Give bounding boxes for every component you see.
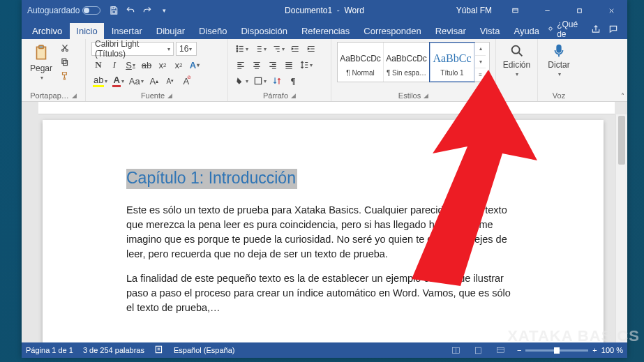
- italic-button[interactable]: I: [107, 58, 121, 72]
- line-spacing-button[interactable]: ▾: [298, 58, 314, 72]
- style-normal[interactable]: AaBbCcDc ¶ Normal: [338, 43, 384, 82]
- document-paragraph[interactable]: Este es sólo un texto de prueba para Xat…: [126, 203, 520, 262]
- launcher-icon[interactable]: ◢: [72, 92, 77, 99]
- zoom-slider[interactable]: [525, 349, 588, 352]
- redo-icon[interactable]: [140, 3, 155, 18]
- status-words[interactable]: 3 de 254 palabras: [83, 346, 144, 354]
- document-paragraph[interactable]: La finalidad de este pequeño texto es la…: [126, 271, 520, 315]
- svg-rect-9: [63, 61, 68, 66]
- zoom-control[interactable]: − + 100 %: [517, 346, 623, 354]
- highlight-button[interactable]: ab▾: [91, 74, 109, 88]
- zoom-value[interactable]: 100 %: [601, 346, 623, 354]
- close-icon[interactable]: [595, 0, 627, 21]
- svg-rect-6: [39, 45, 44, 48]
- group-clipboard-label: Portapap…: [30, 91, 69, 100]
- tab-mailings[interactable]: Corresponden: [357, 23, 427, 39]
- svg-rect-2: [512, 8, 517, 12]
- increase-indent-button[interactable]: [304, 42, 318, 56]
- collapse-ribbon-icon[interactable]: ˄: [621, 92, 624, 100]
- justify-button[interactable]: [282, 58, 296, 72]
- tell-me-search[interactable]: ¿Qué de: [547, 20, 584, 39]
- grow-font-button[interactable]: A▴: [147, 74, 161, 88]
- editing-button[interactable]: Edición ▾: [502, 42, 532, 79]
- account-name[interactable]: Yúbal FM: [449, 6, 499, 15]
- status-proofing-icon[interactable]: [154, 345, 164, 356]
- shrink-font-button[interactable]: A▾: [163, 74, 177, 88]
- document-page[interactable]: Capítulo 1: Introducción Este es sólo un…: [43, 120, 604, 342]
- document-heading[interactable]: Capítulo 1: Introducción: [126, 169, 297, 189]
- group-font-label: Fuente: [141, 91, 165, 100]
- styles-up-icon[interactable]: ▴: [475, 43, 486, 56]
- styles-down-icon[interactable]: ▾: [475, 56, 486, 69]
- show-marks-button[interactable]: ¶: [286, 74, 300, 88]
- minimize-icon[interactable]: [531, 0, 563, 21]
- status-page[interactable]: Página 1 de 1: [26, 346, 73, 354]
- shading-button[interactable]: ▾: [234, 74, 250, 88]
- style-no-spacing[interactable]: AaBbCcDc ¶ Sin espa…: [384, 43, 430, 82]
- underline-button[interactable]: S▾: [123, 58, 137, 72]
- copy-icon[interactable]: [58, 56, 72, 68]
- tab-view[interactable]: Vista: [474, 23, 507, 39]
- subscript-button[interactable]: x2: [156, 58, 170, 72]
- launcher-icon[interactable]: ◢: [167, 92, 172, 99]
- ribbon-display-options-icon[interactable]: [499, 0, 531, 21]
- status-language[interactable]: Español (España): [174, 346, 234, 354]
- print-layout-icon[interactable]: [472, 344, 485, 356]
- change-case-button[interactable]: Aa▾: [128, 74, 145, 88]
- group-voice-label: Voz: [553, 91, 565, 100]
- maximize-icon[interactable]: [563, 0, 595, 21]
- tab-references[interactable]: Referencias: [295, 23, 356, 39]
- ruler[interactable]: [38, 102, 615, 114]
- tab-insert[interactable]: Insertar: [105, 23, 149, 39]
- text-effects-button[interactable]: A▾: [188, 58, 202, 72]
- launcher-icon[interactable]: ◢: [291, 92, 296, 99]
- font-color-button[interactable]: A▾: [111, 74, 125, 88]
- ribbon-tabs: Archivo Inicio Insertar Dibujar Diseño D…: [22, 21, 627, 39]
- undo-icon[interactable]: [123, 3, 138, 18]
- zoom-out-icon[interactable]: −: [517, 346, 521, 354]
- strike-button[interactable]: ab: [140, 58, 153, 72]
- dictate-label: Dictar: [548, 60, 569, 70]
- save-icon[interactable]: [106, 3, 121, 18]
- multilevel-button[interactable]: ▾: [270, 42, 286, 56]
- dictate-button[interactable]: Dictar ▾: [544, 42, 574, 79]
- vertical-scrollbar[interactable]: [615, 114, 627, 342]
- align-center-button[interactable]: [250, 58, 264, 72]
- align-right-button[interactable]: [266, 58, 280, 72]
- tab-home[interactable]: Inicio: [70, 23, 103, 39]
- read-mode-icon[interactable]: [450, 344, 463, 356]
- bold-button[interactable]: N: [91, 58, 105, 72]
- autosave-toggle[interactable]: Autoguardado: [27, 6, 100, 15]
- web-layout-icon[interactable]: [495, 344, 507, 356]
- svg-rect-0: [112, 7, 115, 9]
- decrease-indent-button[interactable]: [288, 42, 302, 56]
- superscript-button[interactable]: x2: [172, 58, 186, 72]
- format-painter-icon[interactable]: [58, 70, 72, 82]
- styles-more-icon[interactable]: ≡: [475, 68, 486, 82]
- font-size-combo[interactable]: 16▾: [176, 42, 197, 56]
- qat-more-icon[interactable]: ▾: [156, 3, 172, 18]
- share-icon[interactable]: [590, 22, 601, 36]
- zoom-in-icon[interactable]: +: [592, 346, 597, 354]
- launcher-icon[interactable]: ◢: [424, 92, 428, 99]
- clear-format-button[interactable]: A⊘: [179, 74, 193, 88]
- tab-design[interactable]: Diseño: [193, 23, 233, 39]
- sort-button[interactable]: [270, 74, 284, 88]
- svg-point-16: [511, 46, 519, 54]
- toggle-off-icon: [82, 6, 100, 15]
- align-left-button[interactable]: [234, 58, 248, 72]
- font-name-combo[interactable]: Calibri Light (Títulos)▾: [91, 42, 174, 56]
- tab-layout[interactable]: Disposición: [234, 23, 293, 39]
- tab-review[interactable]: Revisar: [429, 23, 472, 39]
- paste-button[interactable]: Pegar ▾: [27, 42, 55, 82]
- svg-rect-11: [63, 73, 67, 75]
- bullets-button[interactable]: ▾: [234, 42, 250, 56]
- cut-icon[interactable]: [58, 42, 72, 54]
- tab-help[interactable]: Ayuda: [507, 23, 546, 39]
- borders-button[interactable]: ▾: [252, 74, 268, 88]
- tab-draw[interactable]: Dibujar: [150, 23, 191, 39]
- style-heading-1[interactable]: AaBbCc Título 1: [429, 42, 475, 82]
- numbering-button[interactable]: ▾: [252, 42, 268, 56]
- tab-file[interactable]: Archivo: [26, 23, 68, 39]
- comments-icon[interactable]: [607, 22, 619, 36]
